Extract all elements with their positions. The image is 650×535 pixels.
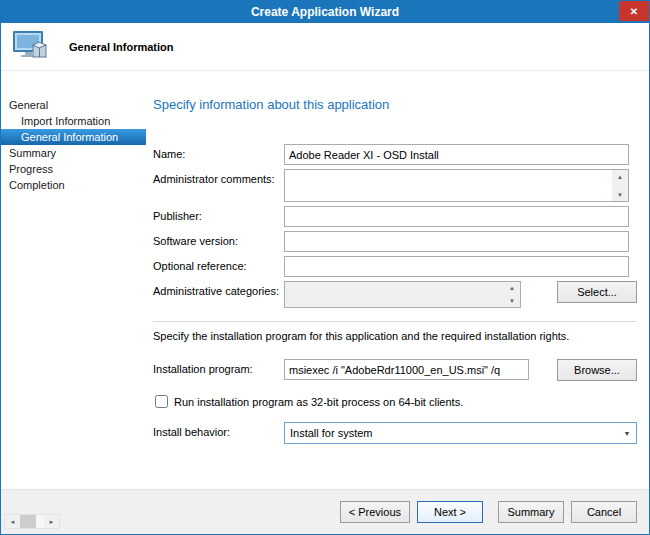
previous-button[interactable]: < Previous bbox=[340, 501, 410, 523]
installation-program-input[interactable] bbox=[284, 359, 529, 380]
comments-scrollbar[interactable]: ▲ ▼ bbox=[612, 170, 628, 201]
name-row: Name: bbox=[153, 144, 637, 165]
select-categories-button[interactable]: Select... bbox=[557, 281, 637, 303]
optional-reference-label: Optional reference: bbox=[153, 256, 284, 272]
installation-program-row: Installation program: Browse... bbox=[153, 359, 637, 381]
wizard-content: Specify information about this applicati… bbox=[146, 71, 649, 489]
summary-button[interactable]: Summary bbox=[498, 501, 564, 523]
scroll-up-icon[interactable]: ▲ bbox=[612, 170, 628, 183]
scroll-down-icon[interactable]: ▼ bbox=[612, 188, 628, 201]
sidebar-item-general-information[interactable]: General Information bbox=[1, 129, 146, 145]
administrator-comments-input[interactable]: ▲ ▼ bbox=[284, 169, 629, 202]
software-version-label: Software version: bbox=[153, 231, 284, 247]
scroll-right-icon[interactable]: ► bbox=[44, 515, 59, 528]
cancel-button[interactable]: Cancel bbox=[571, 501, 637, 523]
optional-reference-row: Optional reference: bbox=[153, 256, 637, 277]
sidebar-item-general[interactable]: General bbox=[1, 97, 146, 113]
software-version-input[interactable] bbox=[284, 231, 629, 252]
close-icon: ✕ bbox=[630, 6, 638, 17]
install-behavior-row: Install behavior: Install for system ▼ bbox=[153, 422, 637, 444]
name-input[interactable] bbox=[284, 144, 629, 165]
publisher-row: Publisher: bbox=[153, 206, 637, 227]
wizard-body: General Import Information General Infor… bbox=[1, 71, 649, 489]
install-behavior-value: Install for system bbox=[290, 427, 373, 439]
install-behavior-select[interactable]: Install for system ▼ bbox=[284, 422, 637, 444]
sidebar-item-progress[interactable]: Progress bbox=[1, 161, 146, 177]
run-as-32bit-label: Run installation program as 32-bit proce… bbox=[174, 396, 463, 408]
installation-program-label: Installation program: bbox=[153, 359, 284, 375]
administrative-categories-label: Administrative categories: bbox=[153, 281, 284, 297]
browse-button[interactable]: Browse... bbox=[557, 359, 637, 381]
chevron-down-icon: ▼ bbox=[619, 424, 635, 442]
optional-reference-input[interactable] bbox=[284, 256, 629, 277]
administrative-categories-row: Administrative categories: ▲ ▼ Select... bbox=[153, 281, 637, 308]
wizard-steps-sidebar: General Import Information General Infor… bbox=[1, 71, 146, 489]
publisher-label: Publisher: bbox=[153, 206, 284, 222]
administrator-comments-row: Administrator comments: ▲ ▼ bbox=[153, 169, 637, 202]
sidebar-item-summary[interactable]: Summary bbox=[1, 145, 146, 161]
publisher-input[interactable] bbox=[284, 206, 629, 227]
sidebar-horizontal-scrollbar[interactable]: ◄ ► bbox=[4, 514, 60, 529]
scroll-down-icon[interactable]: ▼ bbox=[504, 295, 520, 308]
wizard-header: General Information bbox=[1, 23, 649, 71]
wizard-footer: < Previous Next > Summary Cancel bbox=[1, 489, 649, 534]
name-label: Name: bbox=[153, 144, 284, 160]
software-version-row: Software version: bbox=[153, 231, 637, 252]
scrollbar-track[interactable] bbox=[20, 515, 44, 528]
create-application-wizard-window: Create Application Wizard ✕ General Info… bbox=[0, 0, 650, 535]
run-as-32bit-row: Run installation program as 32-bit proce… bbox=[155, 395, 637, 408]
administrative-categories-input: ▲ ▼ bbox=[284, 281, 521, 308]
sidebar-item-completion[interactable]: Completion bbox=[1, 177, 146, 193]
application-icon bbox=[11, 30, 49, 64]
page-title: Specify information about this applicati… bbox=[153, 97, 637, 112]
run-as-32bit-checkbox[interactable] bbox=[155, 395, 168, 408]
next-button[interactable]: Next > bbox=[417, 501, 483, 523]
administrator-comments-label: Administrator comments: bbox=[153, 169, 284, 185]
header-page-title: General Information bbox=[69, 41, 174, 53]
window-title: Create Application Wizard bbox=[251, 5, 399, 19]
scroll-left-icon[interactable]: ◄ bbox=[5, 515, 20, 528]
installation-section-description: Specify the installation program for thi… bbox=[153, 330, 637, 342]
scroll-up-icon[interactable]: ▲ bbox=[504, 282, 520, 295]
install-behavior-label: Install behavior: bbox=[153, 422, 284, 438]
close-button[interactable]: ✕ bbox=[619, 1, 649, 21]
sidebar-item-import-information[interactable]: Import Information bbox=[1, 113, 146, 129]
title-bar[interactable]: Create Application Wizard ✕ bbox=[1, 1, 649, 23]
categories-scrollbar[interactable]: ▲ ▼ bbox=[504, 282, 520, 307]
scrollbar-thumb[interactable] bbox=[20, 515, 36, 528]
section-divider bbox=[153, 321, 637, 322]
